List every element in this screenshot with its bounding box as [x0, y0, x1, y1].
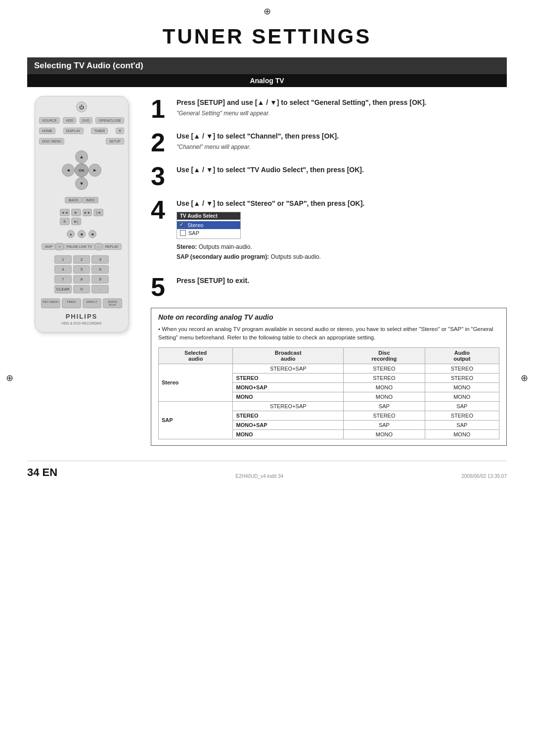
- rapid-play-btn[interactable]: RAPID PLAY: [103, 298, 122, 308]
- num-5[interactable]: 5: [73, 265, 90, 274]
- num-9[interactable]: 9: [91, 275, 109, 284]
- play-btn[interactable]: ►: [71, 209, 81, 216]
- tv-audio-box-body: Stereo SAP: [177, 220, 240, 238]
- broadcast-cell-7: MONO+SAP: [233, 420, 344, 429]
- remote-model: HDD & DVD RECORDER: [39, 322, 124, 325]
- vol-minus-btn[interactable]: -: [95, 243, 102, 250]
- rec-stop-row: ● ■ ■: [67, 230, 96, 238]
- display-btn[interactable]: DISPLAY: [63, 128, 84, 134]
- num-6[interactable]: 6: [91, 265, 109, 274]
- power-button[interactable]: ⏻: [76, 101, 87, 112]
- step-2-sub: "Channel" menu will appear.: [177, 143, 507, 150]
- stop-btn[interactable]: ■: [78, 230, 86, 238]
- timer-btn[interactable]: TIMER: [91, 128, 108, 134]
- sap-checkbox[interactable]: [180, 230, 186, 236]
- stereo-label: Stereo: [187, 222, 203, 228]
- step-5-number: 5: [151, 274, 170, 300]
- broadcast-cell-5: STEREO+SAP: [233, 401, 344, 411]
- dvd-btn[interactable]: DVD: [80, 117, 93, 124]
- clear-btn[interactable]: CLEAR: [54, 285, 72, 293]
- next-btn[interactable]: ►|: [71, 218, 81, 225]
- step-1-title: Press [SETUP] and use [▲ / ▼] to select …: [177, 98, 507, 108]
- broadcast-cell-4: MONO: [233, 392, 344, 401]
- stereo-checkbox[interactable]: [179, 222, 185, 228]
- num-8[interactable]: 8: [73, 275, 90, 284]
- direct-btn[interactable]: DIRECT: [83, 298, 102, 308]
- rec-menu-btn[interactable]: REC MENU: [41, 298, 60, 308]
- stop2-btn[interactable]: ■: [89, 230, 96, 238]
- home-btn[interactable]: HOME: [39, 128, 55, 134]
- audio-cell-4: MONO: [425, 392, 499, 401]
- audio-cell-7: SAP: [425, 420, 499, 429]
- skip-btn[interactable]: SKIP: [42, 243, 55, 250]
- rew-btn[interactable]: ◄◄: [60, 209, 70, 216]
- fwd-btn[interactable]: ►►: [83, 209, 92, 216]
- step-3-title: Use [▲ / ▼] to select "TV Audio Select",…: [177, 165, 507, 175]
- stereo-selected-cell: Stereo: [159, 364, 233, 401]
- step-1-number: 1: [151, 96, 170, 122]
- vol-plus-btn[interactable]: +: [55, 243, 64, 250]
- numpad: 1 2 3 4 5 6 7 8 9 CLEAR 0 -: [54, 255, 109, 293]
- nav-left-button[interactable]: ◄: [62, 164, 75, 177]
- reg-mark-left: ⊕: [6, 373, 13, 383]
- r-btn[interactable]: R: [116, 128, 124, 134]
- prev-btn[interactable]: |◄: [93, 209, 103, 216]
- sub-header: Analog TV: [27, 74, 507, 87]
- disc-cell-5: SAP: [344, 401, 425, 411]
- num-0[interactable]: 0: [73, 285, 90, 293]
- remote-control: ⏻ SOURCE HDD DVD OPEN/CLOSE HOME DISPLAY…: [35, 96, 129, 332]
- replay-btn[interactable]: REPLAY: [102, 243, 122, 250]
- step-5-content: Press [SETUP] to exit.: [177, 274, 507, 288]
- rec-btn[interactable]: ●: [67, 230, 75, 238]
- stereo-term: Stereo:: [177, 243, 197, 250]
- disc-menu-btn[interactable]: DISC MENU: [39, 138, 64, 144]
- pause-live-btn[interactable]: PAUSE LIVE TV: [64, 243, 95, 250]
- info-btn[interactable]: INFO: [82, 197, 98, 203]
- right-column: 1 Press [SETUP] and use [▲ / ▼] to selec…: [151, 96, 507, 446]
- ok-button[interactable]: OK: [75, 163, 89, 177]
- page-number: 34 EN: [27, 466, 57, 479]
- num-4[interactable]: 4: [54, 265, 72, 274]
- disc-cell-6: STEREO: [344, 411, 425, 420]
- dash-btn[interactable]: -: [91, 285, 109, 293]
- tv-audio-box-header: TV Audio Select: [177, 212, 240, 220]
- audio-descriptions: Stereo: Outputs main-audio. SAP (seconda…: [177, 243, 507, 262]
- nav-up-button[interactable]: ▲: [75, 150, 88, 163]
- num-3[interactable]: 3: [91, 255, 109, 264]
- footer-file-left: E2H40UD_v4.indd 34: [235, 473, 283, 479]
- step-2-number: 2: [151, 130, 170, 155]
- pause-btn[interactable]: ⏸: [60, 218, 70, 225]
- disc-cell-1: STEREO: [344, 364, 425, 373]
- step-4-number: 4: [151, 197, 170, 223]
- disc-cell-2: STEREO: [344, 373, 425, 382]
- table-row: Stereo STEREO+SAP STEREO STEREO: [159, 364, 499, 373]
- audio-cell-2: STEREO: [425, 373, 499, 382]
- hdd-btn[interactable]: HDD: [63, 117, 76, 124]
- back-btn[interactable]: BACK: [65, 197, 82, 203]
- step-2: 2 Use [▲ / ▼] to select "Channel", then …: [151, 130, 507, 155]
- audio-cell-8: MONO: [425, 429, 499, 439]
- open-close-btn[interactable]: OPEN/CLOSE: [95, 117, 124, 124]
- step-4: 4 Use [▲ / ▼] to select "Stereo" or "SAP…: [151, 197, 507, 266]
- num-2[interactable]: 2: [73, 255, 90, 264]
- setup-button[interactable]: SETUP: [106, 138, 124, 144]
- nav-right-button[interactable]: ►: [89, 164, 101, 177]
- source-btn[interactable]: SOURCE: [39, 117, 60, 124]
- disc-cell-8: MONO: [344, 429, 425, 439]
- remote-disc-row: DISC MENU SETUP: [39, 138, 124, 144]
- disc-cell-4: MONO: [344, 392, 425, 401]
- audio-cell-5: SAP: [425, 401, 499, 411]
- tv-audio-sap-row[interactable]: SAP: [180, 229, 237, 237]
- sap-label: SAP: [188, 230, 199, 236]
- left-column: ⏻ SOURCE HDD DVD OPEN/CLOSE HOME DISPLAY…: [27, 96, 136, 446]
- audio-table: Selectedaudio Broadcastaudio Discrecordi…: [158, 347, 499, 439]
- nav-down-button[interactable]: ▼: [75, 177, 88, 190]
- page-footer: 34 EN E2H40UD_v4.indd 34 2008/06/02 13:3…: [27, 461, 507, 479]
- timer-btn2[interactable]: TIMER: [62, 298, 81, 308]
- tv-audio-stereo-row[interactable]: Stereo: [177, 221, 240, 229]
- recording-note-title: Note on recording analog TV audio: [158, 313, 499, 321]
- num-7[interactable]: 7: [54, 275, 72, 284]
- num-1[interactable]: 1: [54, 255, 72, 264]
- step-3-number: 3: [151, 163, 170, 189]
- step-5: 5 Press [SETUP] to exit.: [151, 274, 507, 300]
